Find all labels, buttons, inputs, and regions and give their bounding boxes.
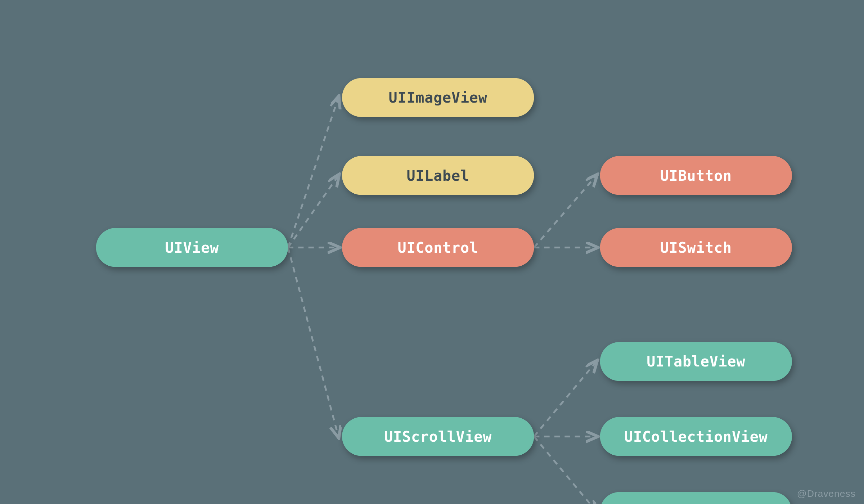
node-label: UISwitch: [660, 239, 732, 256]
node-uiimageview: UIImageView: [342, 78, 534, 117]
node-uiscrollview: UIScrollView: [342, 417, 534, 456]
node-uitextview: UITextView: [600, 492, 792, 504]
node-label: UICollectionView: [624, 428, 768, 445]
edge-uiview-to-uiimageview: [288, 98, 338, 248]
node-uibutton: UIButton: [600, 156, 792, 195]
node-uitableview: UITableView: [600, 342, 792, 381]
node-label: UILabel: [406, 167, 469, 184]
node-uicontrol: UIControl: [342, 228, 534, 267]
node-uicollectionview: UICollectionView: [600, 417, 792, 456]
node-label: UIImageView: [389, 89, 487, 106]
node-label: UIView: [165, 239, 219, 256]
edge-uiview-to-uilabel: [288, 176, 338, 248]
node-uiswitch: UISwitch: [600, 228, 792, 267]
edge-uiview-to-uiscrollview: [288, 248, 338, 437]
node-uiview: UIView: [96, 228, 288, 267]
edge-uiscrollview-to-uitableview: [534, 361, 596, 436]
edge-uiscrollview-to-uitextview: [534, 437, 596, 504]
node-label: UIScrollView: [384, 428, 492, 445]
node-label: UIButton: [660, 167, 732, 184]
edge-uicontrol-to-uibutton: [534, 176, 596, 248]
node-label: UITableView: [647, 353, 745, 370]
node-label: UIControl: [398, 239, 478, 256]
node-uilabel: UILabel: [342, 156, 534, 195]
attribution: @Draveness: [797, 489, 856, 499]
diagram-canvas: UIView UIImageView UILabel UIControl UIB…: [0, 0, 864, 504]
